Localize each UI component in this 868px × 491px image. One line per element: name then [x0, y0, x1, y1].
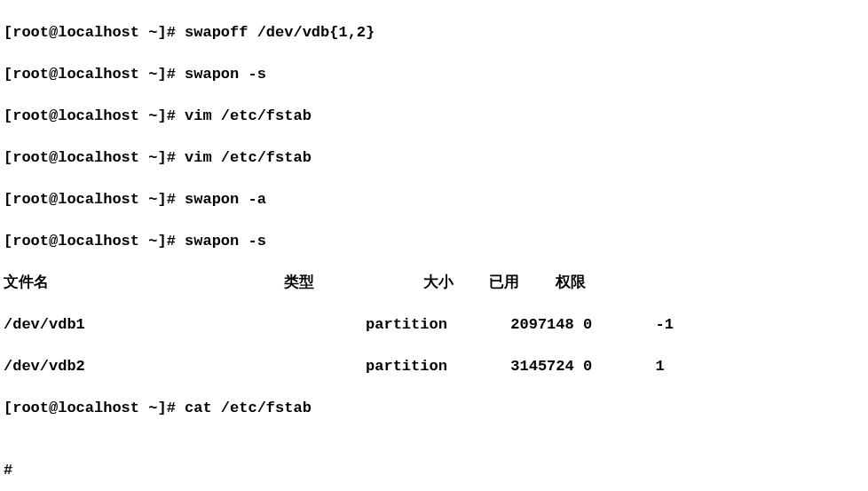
swap-row-vdb2: /dev/vdb2 partition 3145724 0 1: [4, 356, 864, 376]
terminal-output: [root@localhost ~]# swapoff /dev/vdb{1,2…: [0, 0, 868, 491]
cmd-swapon-a: [root@localhost ~]# swapon -a: [4, 189, 864, 210]
cmd-vim-fstab-2: [root@localhost ~]# vim /etc/fstab: [4, 147, 864, 168]
cmd-cat-fstab: [root@localhost ~]# cat /etc/fstab: [4, 398, 864, 418]
swap-row-vdb1: /dev/vdb1 partition 2097148 0 -1: [4, 314, 864, 335]
fstab-comment: #: [4, 460, 864, 480]
cmd-vim-fstab-1: [root@localhost ~]# vim /etc/fstab: [4, 106, 864, 126]
swap-header: 文件名 类型 大小 已用 权限: [4, 273, 864, 293]
cmd-swapoff: [root@localhost ~]# swapoff /dev/vdb{1,2…: [4, 22, 864, 43]
cmd-swapon-s-1: [root@localhost ~]# swapon -s: [4, 64, 864, 84]
cmd-swapon-s-2: [root@localhost ~]# swapon -s: [4, 231, 864, 251]
